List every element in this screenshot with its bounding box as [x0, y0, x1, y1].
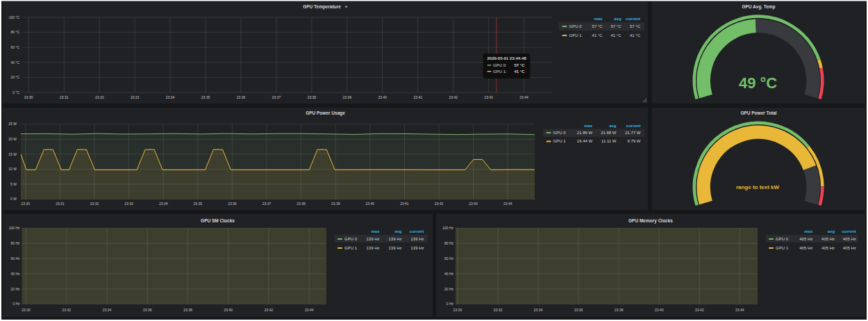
svg-text:0 °C: 0 °C [12, 90, 19, 94]
svg-text:100 °C: 100 °C [9, 15, 20, 19]
svg-text:49 °C: 49 °C [739, 74, 777, 92]
svg-text:23:36: 23:36 [143, 308, 152, 312]
svg-text:23:37: 23:37 [272, 95, 281, 99]
svg-text:23:35: 23:35 [201, 95, 210, 99]
svg-text:23:34: 23:34 [166, 95, 175, 99]
svg-text:23:40: 23:40 [366, 201, 375, 206]
svg-text:23:42: 23:42 [435, 201, 444, 206]
svg-text:23:34: 23:34 [103, 308, 112, 312]
svg-text:0 Hz: 0 Hz [12, 302, 20, 306]
svg-text:23:34: 23:34 [159, 201, 168, 206]
svg-text:23:36: 23:36 [574, 308, 583, 312]
svg-text:60 Hz: 60 Hz [444, 256, 454, 261]
svg-text:23:33: 23:33 [124, 201, 133, 206]
svg-text:20 Hz: 20 Hz [10, 287, 20, 291]
svg-text:23:32: 23:32 [95, 95, 104, 99]
svg-text:23:43: 23:43 [484, 95, 493, 99]
svg-text:23:35: 23:35 [194, 201, 203, 206]
svg-text:23:31: 23:31 [60, 95, 69, 99]
svg-text:23:41: 23:41 [400, 201, 409, 206]
svg-text:100 Hz: 100 Hz [442, 226, 453, 230]
svg-text:23:41: 23:41 [413, 95, 422, 99]
svg-text:10 W: 10 W [8, 167, 17, 171]
svg-text:23:39: 23:39 [343, 95, 352, 99]
svg-text:23:42: 23:42 [695, 308, 704, 312]
svg-text:20 °C: 20 °C [10, 75, 19, 79]
svg-text:23:39: 23:39 [331, 201, 340, 206]
svg-text:23:38: 23:38 [308, 95, 317, 99]
svg-text:0 Hz: 0 Hz [446, 302, 454, 306]
svg-text:23:30: 23:30 [453, 308, 462, 312]
svg-text:15 W: 15 W [8, 152, 17, 156]
svg-text:23:37: 23:37 [262, 201, 272, 206]
svg-text:60 °C: 60 °C [10, 45, 19, 49]
svg-text:80 °C: 80 °C [10, 30, 19, 34]
svg-text:40 Hz: 40 Hz [444, 272, 454, 276]
svg-text:range to text kW: range to text kW [736, 184, 780, 190]
svg-text:23:44: 23:44 [735, 308, 744, 312]
svg-text:20 Hz: 20 Hz [444, 287, 454, 291]
svg-text:23:44: 23:44 [503, 201, 512, 206]
svg-text:23:44: 23:44 [305, 308, 314, 312]
svg-text:5 W: 5 W [10, 182, 17, 186]
svg-text:80 Hz: 80 Hz [10, 241, 20, 245]
svg-text:23:38: 23:38 [615, 308, 624, 312]
svg-text:60 Hz: 60 Hz [10, 256, 20, 261]
svg-text:23:32: 23:32 [90, 201, 99, 206]
svg-text:23:42: 23:42 [449, 95, 458, 99]
svg-text:25 W: 25 W [8, 122, 17, 126]
svg-text:23:32: 23:32 [494, 308, 503, 312]
svg-text:80 Hz: 80 Hz [444, 241, 454, 245]
svg-text:23:38: 23:38 [297, 201, 306, 206]
svg-text:23:40: 23:40 [224, 308, 233, 312]
svg-text:40 Hz: 40 Hz [10, 272, 20, 276]
svg-text:23:36: 23:36 [228, 201, 237, 206]
svg-text:20 W: 20 W [8, 137, 17, 141]
svg-text:23:30: 23:30 [24, 95, 33, 99]
svg-text:23:44: 23:44 [519, 95, 528, 99]
svg-text:23:38: 23:38 [183, 308, 192, 312]
svg-text:23:40: 23:40 [655, 308, 664, 312]
svg-text:23:30: 23:30 [22, 201, 31, 206]
svg-text:23:31: 23:31 [56, 201, 65, 206]
svg-text:23:33: 23:33 [131, 95, 140, 99]
svg-text:23:36: 23:36 [237, 95, 246, 99]
svg-text:23:40: 23:40 [378, 95, 387, 99]
svg-text:40 °C: 40 °C [10, 60, 19, 65]
svg-text:23:43: 23:43 [469, 201, 478, 206]
svg-text:23:32: 23:32 [62, 308, 71, 312]
svg-text:23:42: 23:42 [265, 308, 274, 312]
svg-text:100 Hz: 100 Hz [9, 226, 20, 230]
svg-text:23:30: 23:30 [22, 308, 31, 312]
svg-text:0 W: 0 W [10, 197, 17, 201]
svg-text:23:34: 23:34 [534, 308, 543, 312]
